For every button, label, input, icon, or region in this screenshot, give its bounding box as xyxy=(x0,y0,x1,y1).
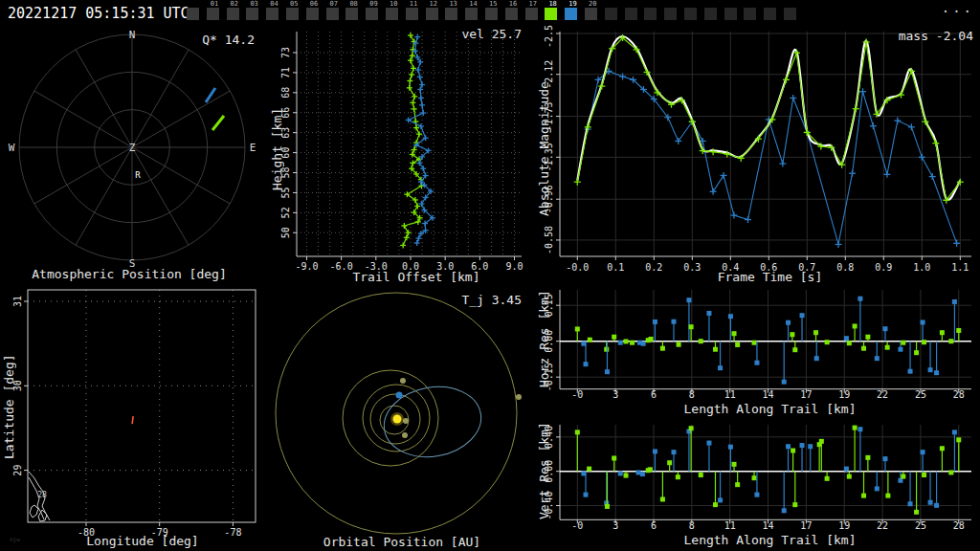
frame-number: 08 xyxy=(349,0,357,8)
frame-number: 17 xyxy=(529,0,537,8)
orbit-panel: T_j 3.45 Orbital Position [AU] xyxy=(268,287,536,551)
length-tick: 28 xyxy=(953,389,965,400)
horizontal-residuals-panel: -0368111417192225280.150.00-0.15 Length … xyxy=(536,281,980,419)
frame-thumb[interactable] xyxy=(625,8,637,20)
length-tick: 25 xyxy=(915,520,926,531)
light-curve-plot[interactable]: -0.00.10.20.30.40.60.70.80.91.01.1-2.50-… xyxy=(536,25,980,287)
length-tick: 22 xyxy=(877,389,888,400)
frame-thumb[interactable] xyxy=(704,8,717,20)
frame-thumb-04[interactable] xyxy=(266,8,278,20)
ground-map-panel: -80-79-7831302928njw Longitude [deg] Lat… xyxy=(0,287,268,551)
vert-xlabel: Length Along Trail [km] xyxy=(560,533,980,547)
length-tick: -0 xyxy=(571,389,583,400)
length-tick: 17 xyxy=(800,520,812,531)
length-tick: 3 xyxy=(612,520,618,531)
frame-thumb-20[interactable] xyxy=(585,8,597,20)
length-tick: 17 xyxy=(800,389,812,400)
length-tick: 22 xyxy=(877,520,888,531)
frame-thumb-14[interactable] xyxy=(465,8,478,20)
length-tick: 8 xyxy=(689,520,695,531)
frame-thumb[interactable] xyxy=(724,8,737,20)
frame-thumb-18[interactable] xyxy=(545,8,557,20)
frame-number: 12 xyxy=(430,0,437,8)
frame-thumb-15[interactable] xyxy=(485,8,498,20)
frame-number: 10 xyxy=(390,0,397,8)
radiant-label: R xyxy=(135,170,141,180)
trail-offset-panel: 73716866636058555250-9.0-6.0-3.00.03.06.… xyxy=(268,25,536,287)
frame-number: 14 xyxy=(469,0,477,8)
compass-east: E xyxy=(250,142,256,154)
light-curve-panel: -0.00.10.20.30.40.60.70.80.91.01.1-2.50-… xyxy=(536,25,980,287)
frame-number: 16 xyxy=(509,0,517,8)
orbit-plot[interactable] xyxy=(268,287,536,551)
frame-number: 03 xyxy=(250,0,257,8)
length-tick: 19 xyxy=(838,520,850,531)
frame-thumb-12[interactable] xyxy=(426,8,438,20)
frame-thumb-05[interactable] xyxy=(286,8,299,20)
atmospheric-position-plot[interactable]: NSWEZR xyxy=(0,25,268,287)
frame-thumb-02[interactable] xyxy=(227,8,239,20)
frame-thumb[interactable] xyxy=(644,8,657,20)
frame-thumb-03[interactable] xyxy=(246,8,258,20)
frame-number: 13 xyxy=(449,0,457,8)
frame-thumb[interactable] xyxy=(605,8,617,20)
length-tick: 6 xyxy=(651,520,657,531)
trail-offset-plot[interactable]: 73716866636058555250-9.0-6.0-3.00.03.06.… xyxy=(268,25,536,287)
length-tick: 19 xyxy=(838,389,850,400)
length-tick: 6 xyxy=(651,389,657,400)
frame-number: 20 xyxy=(589,0,596,8)
frame-thumb[interactable] xyxy=(764,8,776,20)
frame-thumb-16[interactable] xyxy=(505,8,518,20)
frame-thumb-09[interactable] xyxy=(366,8,378,20)
frame-thumb-13[interactable] xyxy=(445,8,457,20)
compass-north: N xyxy=(129,29,136,41)
length-tick: 25 xyxy=(915,389,926,400)
ground-map-plot[interactable]: -80-79-7831302928njw xyxy=(0,287,268,551)
header-bar: 20221217 05:15:31 UTC 010203040506070809… xyxy=(0,0,980,25)
frame-thumb-06[interactable] xyxy=(306,8,319,20)
frame-number: 07 xyxy=(330,0,338,8)
frame-thumb[interactable] xyxy=(784,8,796,20)
velocity-value: vel 25.7 xyxy=(461,27,522,41)
length-tick: 11 xyxy=(724,520,736,531)
frame-thumb[interactable] xyxy=(744,8,756,20)
tisserand-value: T_j 3.45 xyxy=(461,293,522,307)
meteor-analysis-app: 20221217 05:15:31 UTC 010203040506070809… xyxy=(0,0,980,551)
q-star-value: Q* 14.2 xyxy=(202,33,255,47)
frame-thumb[interactable] xyxy=(664,8,677,20)
frame-number: 15 xyxy=(489,0,497,8)
frame-thumb-19[interactable] xyxy=(565,8,577,20)
atmospheric-position-panel: NSWEZR Q* 14.2 Atmospheric Position [deg… xyxy=(0,25,268,287)
length-tick: 14 xyxy=(763,520,774,531)
vertical-residuals-plot[interactable]: -0368111417192225280.400.00-0.40 xyxy=(536,419,980,551)
frame-thumb[interactable] xyxy=(684,8,697,20)
frame-thumb-01[interactable] xyxy=(207,8,219,20)
frame-thumb-10[interactable] xyxy=(386,8,398,20)
coast-lat-label: 28 xyxy=(37,491,47,499)
frame-number: 05 xyxy=(290,0,298,8)
frame-number: 09 xyxy=(369,0,377,8)
frame-thumb-17[interactable] xyxy=(525,8,538,20)
frame-thumb-08[interactable] xyxy=(345,8,358,20)
length-tick: 28 xyxy=(953,520,965,531)
length-tick: 3 xyxy=(612,389,618,400)
zenith-label: Z xyxy=(129,142,136,154)
horizontal-residuals-plot[interactable]: -0368111417192225280.150.00-0.15 xyxy=(536,281,980,419)
vert-ylabel: Vert Res [km] xyxy=(537,421,551,521)
frame-thumb[interactable] xyxy=(187,8,199,20)
atmospheric-xlabel: Atmospheric Position [deg] xyxy=(0,267,258,281)
mass-ylabel: Absolute Magnitude xyxy=(537,49,551,250)
frame-number: 04 xyxy=(270,0,278,8)
length-tick: 8 xyxy=(689,389,695,400)
mass-value: mass -2.04 xyxy=(899,29,973,43)
overflow-menu-button[interactable]: ... xyxy=(942,0,974,15)
compass-west: W xyxy=(9,142,15,154)
frame-number: 19 xyxy=(568,0,576,8)
frame-thumb-11[interactable] xyxy=(406,8,418,20)
length-tick: 11 xyxy=(724,389,736,400)
frame-thumb-07[interactable] xyxy=(326,8,339,20)
horz-xlabel: Length Along Trail [km] xyxy=(560,402,980,416)
vertical-residuals-panel: -0368111417192225280.400.00-0.40 Length … xyxy=(536,419,980,551)
frame-number: 01 xyxy=(211,0,218,8)
map-ylabel: Latitude [deg] xyxy=(2,306,16,507)
